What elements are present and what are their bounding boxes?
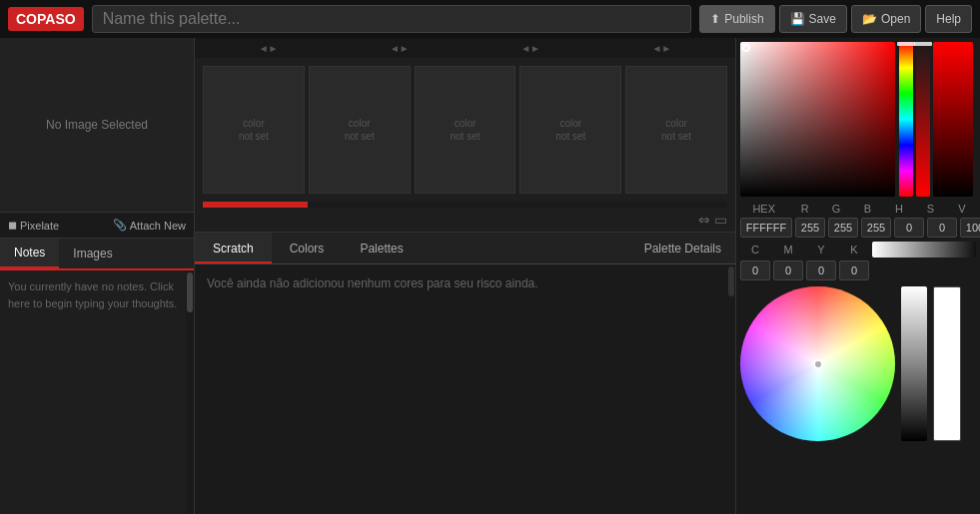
scratch-content: Você ainda não adicionou nenhum cores pa… [195,264,735,514]
logo: COPASO [8,7,84,31]
alpha-slider[interactable] [916,42,930,197]
color-swatch-3[interactable]: color not set [415,66,516,194]
s-input[interactable] [927,218,957,238]
pixelate-button[interactable]: ◼ Pixelate [8,219,59,232]
scratch-text: Você ainda não adicionou nenhum cores pa… [207,276,538,290]
c-input[interactable] [740,260,770,280]
color-strip-area: ◄► ◄► ◄► ◄► color not set color not set … [195,38,735,233]
color-labels-row-1: HEX R G B H S V [740,203,976,215]
color-picker-row [740,42,976,197]
color-wheel-section [740,286,976,441]
strip-arrows-icon[interactable]: ⇔ [698,212,710,228]
color-swatch-2[interactable]: color not set [309,66,411,194]
pixelate-icon: ◼ [8,219,17,232]
g-label: G [822,203,850,215]
tab-colors[interactable]: Colors [272,233,343,263]
strip-marker-1: ◄► [203,43,334,54]
help-button[interactable]: Help [925,5,972,33]
hex-rgb-inputs [740,218,976,238]
save-icon: 💾 [790,12,805,26]
color-swatches: color not set color not set color not se… [195,58,735,202]
main: No Image Selected ◼ Pixelate 📎 Attach Ne… [0,38,980,514]
color-swatch-5[interactable]: color not set [625,66,727,194]
color-preview-box [933,286,961,441]
c-label: C [740,244,770,256]
color-wheel[interactable] [740,286,895,441]
notes-images-tabs: Notes Images [0,239,194,270]
brightness-bar[interactable] [901,286,927,441]
open-button[interactable]: 📂 Open [851,5,921,33]
palette-name-input[interactable] [92,5,692,33]
k-label: K [839,244,869,256]
hue-slider[interactable] [899,42,913,197]
red-gradient-bar[interactable] [933,42,973,197]
tab-notes[interactable]: Notes [0,239,59,268]
wheel-cursor [813,359,823,369]
open-icon: 📂 [862,12,877,26]
toolbar: ⬆ Publish 💾 Save 📂 Open Help [699,5,972,33]
y-label: Y [806,244,836,256]
alpha-cursor [914,42,932,46]
image-area: No Image Selected [0,38,194,213]
color-strip-header: ◄► ◄► ◄► ◄► [195,38,735,58]
tab-scratch[interactable]: Scratch [195,233,272,263]
r-input[interactable] [795,218,825,238]
save-button[interactable]: 💾 Save [779,5,847,33]
slider-group [899,42,973,197]
s-label: S [916,203,944,215]
left-panel: No Image Selected ◼ Pixelate 📎 Attach Ne… [0,38,195,514]
r-label: R [790,203,818,215]
notes-scrollbar[interactable] [186,270,194,514]
strip-marker-3: ◄► [466,43,596,54]
h-label: H [885,203,913,215]
cmyk-inputs-row [740,260,976,280]
m-label: M [773,244,803,256]
cmyk-labels-row: C M Y K [740,242,976,257]
tab-palettes[interactable]: Palettes [342,233,421,263]
strip-marker-4: ◄► [596,43,727,54]
color-strip-controls: ⇔ ▭ [195,208,735,232]
cmyk-gradient-bar [872,242,976,257]
y-input[interactable] [806,260,836,280]
scratch-tabs: Scratch Colors Palettes Palette Details [195,233,735,264]
image-actions: ◼ Pixelate 📎 Attach New [0,213,194,239]
notes-content[interactable]: You currently have no notes. Click here … [0,270,194,514]
cmyk-section: C M Y K [740,242,976,280]
right-panel: HEX R G B H S V C M Y [735,38,980,514]
gradient-cursor [742,44,750,52]
notes-scroll-thumb [187,272,193,312]
brightness-bar-container [901,286,927,441]
scratch-scroll-thumb [728,266,734,296]
color-gradient[interactable] [740,42,895,197]
h-input[interactable] [894,218,924,238]
k-input[interactable] [839,260,869,280]
publish-button[interactable]: ⬆ Publish [699,5,774,33]
b-label: B [853,203,881,215]
hue-cursor [897,42,915,46]
attach-icon: 📎 [113,219,127,232]
hex-input[interactable] [740,218,792,238]
header: COPASO ⬆ Publish 💾 Save 📂 Open Help [0,0,980,38]
b-input[interactable] [861,218,891,238]
attach-new-button[interactable]: 📎 Attach New [113,219,186,232]
tab-images[interactable]: Images [59,239,126,268]
palette-details-button[interactable]: Palette Details [630,233,735,263]
notes-text: You currently have no notes. Click here … [8,280,177,309]
strip-delete-icon[interactable]: ▭ [714,212,727,228]
hex-label: HEX [740,203,787,215]
scratch-scrollbar[interactable] [727,264,735,514]
g-input[interactable] [828,218,858,238]
v-label: V [948,203,976,215]
publish-icon: ⬆ [710,12,720,26]
color-swatch-4[interactable]: color not set [519,66,621,194]
m-input[interactable] [773,260,803,280]
middle-panel: ◄► ◄► ◄► ◄► color not set color not set … [195,38,735,514]
v-input[interactable] [960,218,980,238]
hex-rgb-section: HEX R G B H S V [740,203,976,238]
strip-marker-2: ◄► [334,43,465,54]
no-image-label: No Image Selected [46,118,148,132]
color-swatch-1[interactable]: color not set [203,66,305,194]
